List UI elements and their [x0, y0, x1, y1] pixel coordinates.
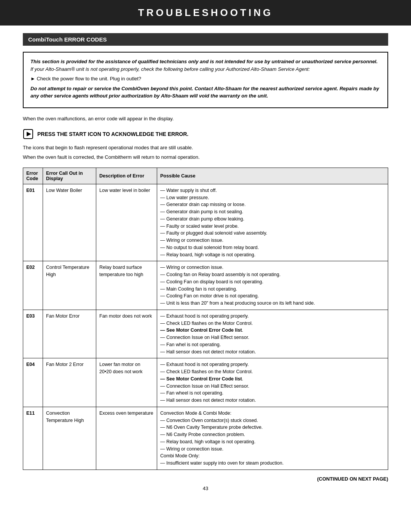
- cause-item: — Low water pressure.: [160, 194, 385, 201]
- body-line1: When the oven malfunctions, an error cod…: [23, 115, 388, 123]
- col-header-display: Error Call Out in Display: [43, 168, 96, 184]
- press-start-text: PRESS THE START ICON TO ACKNOWLEDGE THE …: [37, 131, 188, 137]
- cause-item: — Exhaust hood is not operating properly…: [160, 361, 385, 368]
- cause-item: — No output to dual solenoid from relay …: [160, 244, 385, 251]
- table-row: E04Fan Motor 2 ErrorLower fan motor on 2…: [23, 358, 388, 407]
- error-display-E02: Control Temperature High: [43, 261, 96, 310]
- error-code-E04: E04: [23, 358, 43, 407]
- error-description-E02: Relay board surface temperature too high: [96, 261, 157, 310]
- error-cause-E03: — Exhaust hood is not operating properly…: [157, 310, 388, 358]
- warning-bold-italic: This section is provided for the assista…: [30, 59, 378, 64]
- cause-item: — Wiring or connection issue.: [160, 446, 385, 453]
- error-cause-E04: — Exhaust hood is not operating properly…: [157, 358, 388, 407]
- cause-item: Combi Mode Only:: [160, 452, 385, 460]
- press-start-icon: [23, 129, 33, 139]
- cause-item: — Fan wheel is not operating.: [160, 390, 385, 397]
- cause-item: — Connection Issue on Hall Effect sensor…: [160, 334, 385, 341]
- error-cause-E01: — Water supply is shut off.— Low water p…: [157, 184, 388, 261]
- table-row: E03Fan Motor ErrorFan motor does not wor…: [23, 310, 388, 358]
- warning-bold-2: Do not attempt to repair or service the …: [30, 85, 381, 100]
- body-line3: When the oven fault is corrected, the Co…: [23, 153, 388, 161]
- table-row: E11Convection Temperature HighExcess ove…: [23, 407, 388, 470]
- cause-item: — Water supply is shut off.: [160, 187, 385, 194]
- cause-item: — Hall sensor does not detect motor rota…: [160, 348, 385, 356]
- cause-item: Convection Mode & Combi Mode:: [160, 410, 385, 417]
- cause-item: — Main Cooling fan is not operating.: [160, 286, 385, 293]
- svg-marker-1: [27, 132, 31, 136]
- error-cause-E11: Convection Mode & Combi Mode:— Convectio…: [157, 407, 388, 470]
- cause-item: — Check LED flashes on the Motor Control…: [160, 368, 385, 375]
- cause-item: — Generator drain pump is not sealing.: [160, 208, 385, 216]
- cause-item: — Relay board, high voltage is not opera…: [160, 438, 385, 446]
- cause-item: — Wiring or connection issue.: [160, 237, 385, 244]
- warning-box: This section is provided for the assista…: [23, 52, 388, 108]
- cause-item: — Cooling Fan on display board is not op…: [160, 278, 385, 286]
- cause-item: — Wiring or connection issue.: [160, 264, 385, 271]
- warning-normal: If your Alto-Shaam® unit is not operatin…: [30, 66, 310, 72]
- cause-item: — Cooling Fan on motor drive is not oper…: [160, 292, 385, 300]
- error-code-E11: E11: [23, 407, 43, 470]
- cause-item: — Insufficient water supply into oven fo…: [160, 460, 385, 467]
- continued-label: (CONTINUED ON NEXT PAGE): [23, 476, 388, 482]
- cause-item: — Faulty or plugged dual solenoid valve …: [160, 230, 385, 237]
- error-code-E03: E03: [23, 310, 43, 358]
- cause-item: — Hall sensor does not detect motor rota…: [160, 397, 385, 404]
- error-cause-E02: — Wiring or connection issue.— Cooling f…: [157, 261, 388, 310]
- error-description-E03: Fan motor does not work: [96, 310, 157, 358]
- cause-item: — Cooling fan on Relay board assembly is…: [160, 271, 385, 278]
- warning-text-1: This section is provided for the assista…: [30, 58, 381, 73]
- page-number: 43: [23, 486, 388, 491]
- cause-item: — See Motor Control Error Code list.: [160, 327, 385, 334]
- col-header-cause: Possible Cause: [157, 168, 388, 184]
- error-code-E02: E02: [23, 261, 43, 310]
- col-header-description: Description of Error: [96, 168, 157, 184]
- cause-item: — N6 Oven Cavity Temperature probe defec…: [160, 424, 385, 431]
- error-code-E01: E01: [23, 184, 43, 261]
- error-description-E01: Low water level in boiler: [96, 184, 157, 261]
- table-row: E01Low Water BoilerLow water level in bo…: [23, 184, 388, 261]
- section-title: CombiTouch ERROR CODES: [23, 33, 388, 46]
- cause-item: — Generator drain cap missing or loose.: [160, 201, 385, 208]
- cause-item: — Relay board, high voltage is not opera…: [160, 251, 385, 259]
- error-description-E04: Lower fan motor on 20•20 does not work: [96, 358, 157, 407]
- error-display-E04: Fan Motor 2 Error: [43, 358, 96, 407]
- warning-bullet: ► Check the power flow to the unit. Plug…: [30, 75, 381, 83]
- cause-item: — Exhaust hood is not operating properly…: [160, 313, 385, 320]
- page-title: TROUBLESHOOTING: [0, 0, 411, 26]
- table-header-row: ErrorCode Error Call Out in Display Desc…: [23, 168, 388, 184]
- cause-item: — N6 Cavity Probe connection problem.: [160, 431, 385, 438]
- error-description-E11: Excess oven temperature: [96, 407, 157, 470]
- cause-item: — Convection Oven contactor(s) stuck clo…: [160, 417, 385, 424]
- press-start-line: PRESS THE START ICON TO ACKNOWLEDGE THE …: [23, 129, 388, 139]
- error-display-E11: Convection Temperature High: [43, 407, 96, 470]
- table-row: E02Control Temperature HighRelay board s…: [23, 261, 388, 310]
- body-line2: The icons that begin to flash represent …: [23, 144, 388, 152]
- error-codes-table: ErrorCode Error Call Out in Display Desc…: [23, 168, 388, 470]
- cause-item: — Unit is less than 20" from a heat prod…: [160, 300, 385, 307]
- error-display-E01: Low Water Boiler: [43, 184, 96, 261]
- col-header-code: ErrorCode: [23, 168, 43, 184]
- cause-item: — Connection Issue on Hall Effect sensor…: [160, 383, 385, 390]
- cause-item: — Fan whel is not operating.: [160, 341, 385, 348]
- cause-item: — See Motor Control Error Code list.: [160, 375, 385, 383]
- cause-item: — Check LED flashes on the Motor Control…: [160, 320, 385, 327]
- page: TROUBLESHOOTING CombiTouch ERROR CODES T…: [0, 0, 411, 532]
- cause-item: — Generator drain pump elbow leaking.: [160, 216, 385, 223]
- cause-item: — Faulty or scaled water level probe.: [160, 223, 385, 230]
- error-display-E03: Fan Motor Error: [43, 310, 96, 358]
